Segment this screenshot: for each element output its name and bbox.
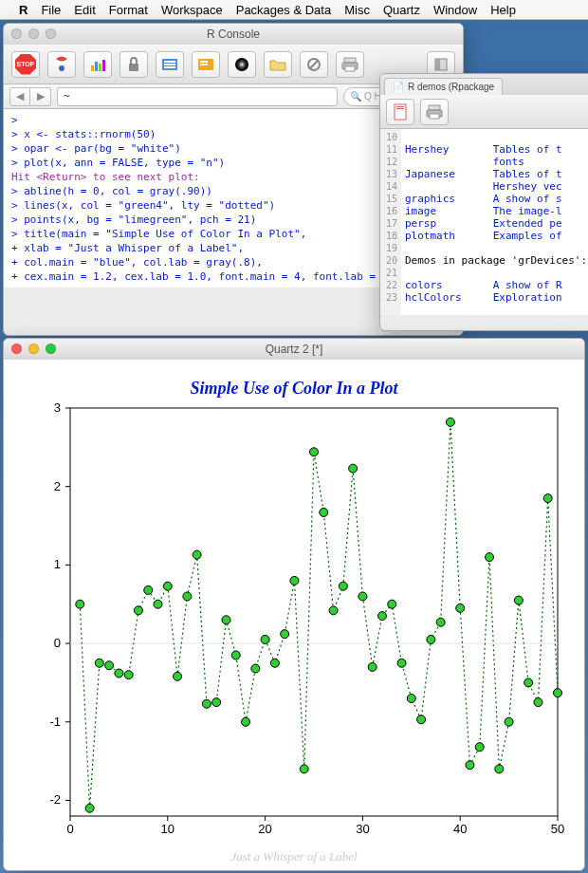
- svg-rect-7: [164, 61, 175, 63]
- svg-text:30: 30: [356, 822, 369, 836]
- svg-point-76: [290, 576, 299, 585]
- source-button[interactable]: [47, 51, 76, 78]
- nav-forward-button[interactable]: ▶: [30, 87, 51, 106]
- svg-text:0: 0: [66, 822, 73, 836]
- print-button-2[interactable]: [420, 99, 449, 125]
- minimize-button[interactable]: [28, 344, 39, 354]
- svg-point-90: [427, 635, 435, 643]
- svg-point-86: [388, 600, 396, 608]
- svg-rect-17: [344, 58, 356, 63]
- svg-point-74: [270, 659, 279, 667]
- svg-point-67: [202, 699, 211, 708]
- svg-point-73: [261, 635, 269, 643]
- close-button[interactable]: [11, 28, 22, 39]
- svg-point-62: [154, 600, 162, 608]
- console-title: R Console: [207, 28, 260, 41]
- svg-point-71: [242, 717, 250, 726]
- svg-text:50: 50: [551, 822, 564, 836]
- cancel-button[interactable]: [300, 51, 328, 78]
- demos-tab[interactable]: 📄 R demos (Rpackage: [384, 78, 503, 95]
- plot-area: Simple Use of Color In a Plot -2-1012301…: [4, 360, 584, 870]
- svg-rect-19: [345, 66, 355, 71]
- svg-point-69: [222, 616, 230, 624]
- svg-text:-1: -1: [49, 715, 61, 729]
- app-menu[interactable]: R: [19, 3, 28, 17]
- svg-point-54: [76, 600, 84, 608]
- svg-rect-2: [95, 62, 98, 71]
- svg-point-95: [475, 743, 484, 752]
- svg-rect-8: [164, 64, 175, 65]
- svg-text:1: 1: [54, 557, 61, 571]
- svg-point-102: [543, 494, 552, 503]
- plot-svg: -2-1012301020304050: [4, 399, 585, 864]
- menu-workspace[interactable]: Workspace: [161, 3, 223, 17]
- svg-text:3: 3: [54, 400, 61, 415]
- svg-point-87: [397, 659, 406, 667]
- svg-rect-21: [435, 59, 440, 70]
- svg-rect-9: [164, 66, 175, 68]
- svg-point-79: [320, 508, 328, 516]
- zoom-button[interactable]: [46, 344, 56, 354]
- svg-text:2: 2: [54, 479, 61, 493]
- minimize-button[interactable]: [28, 28, 39, 39]
- colors-button[interactable]: [228, 51, 256, 78]
- svg-point-85: [377, 612, 386, 621]
- svg-point-96: [486, 553, 494, 562]
- svg-point-103: [554, 689, 562, 697]
- menu-edit[interactable]: Edit: [74, 3, 95, 17]
- history-button[interactable]: [156, 51, 184, 78]
- system-menubar[interactable]: R File Edit Format Workspace Packages & …: [0, 0, 588, 20]
- demos-toolbar: [380, 95, 588, 129]
- svg-point-61: [144, 585, 153, 594]
- svg-point-92: [446, 418, 454, 426]
- svg-text:20: 20: [258, 822, 271, 836]
- stop-button[interactable]: STOP: [11, 51, 40, 78]
- menu-format[interactable]: Format: [109, 3, 148, 17]
- quartz-title: Quartz 2 [*]: [266, 343, 323, 356]
- quartz-button[interactable]: [83, 51, 112, 78]
- quartz-titlebar[interactable]: Quartz 2 [*]: [4, 339, 584, 360]
- svg-rect-11: [200, 61, 208, 63]
- svg-point-100: [524, 678, 533, 687]
- svg-point-60: [134, 606, 142, 615]
- menu-misc[interactable]: Misc: [344, 3, 370, 17]
- save-button[interactable]: [386, 99, 414, 125]
- svg-rect-3: [99, 64, 101, 71]
- quartz-window: Quartz 2 [*] Simple Use of Color In a Pl…: [3, 338, 585, 871]
- menu-packages-data[interactable]: Packages & Data: [236, 3, 331, 17]
- svg-point-81: [339, 582, 347, 590]
- menu-window[interactable]: Window: [433, 3, 477, 17]
- svg-rect-27: [430, 114, 439, 119]
- svg-point-93: [456, 604, 465, 612]
- demos-tabbar: 📄 R demos (Rpackage: [380, 74, 588, 95]
- svg-point-94: [466, 761, 474, 770]
- demos-code[interactable]: Hershey Tables of t fontsJapanese Tables…: [401, 129, 588, 315]
- nav-back-button[interactable]: ◀: [9, 87, 30, 106]
- zoom-button[interactable]: [46, 28, 56, 39]
- svg-text:-2: -2: [49, 792, 61, 807]
- svg-point-101: [534, 698, 542, 707]
- close-button[interactable]: [11, 344, 22, 354]
- svg-point-14: [235, 58, 248, 71]
- working-dir-field[interactable]: ~: [57, 87, 338, 106]
- menu-file[interactable]: File: [41, 3, 61, 17]
- line-gutter: 1011121314151617181920212223: [380, 129, 401, 315]
- menu-help[interactable]: Help: [490, 3, 516, 17]
- print-button[interactable]: [336, 51, 364, 78]
- svg-point-55: [85, 804, 94, 812]
- svg-point-66: [193, 550, 201, 559]
- svg-point-58: [115, 669, 123, 678]
- console-options-button[interactable]: [192, 51, 220, 78]
- lock-button[interactable]: [119, 51, 148, 78]
- svg-rect-4: [102, 60, 105, 71]
- svg-point-68: [212, 698, 221, 707]
- console-titlebar[interactable]: R Console: [4, 24, 463, 45]
- svg-point-80: [329, 606, 338, 615]
- svg-point-83: [358, 592, 367, 601]
- svg-point-97: [495, 765, 504, 773]
- svg-point-84: [368, 662, 377, 671]
- svg-point-91: [436, 618, 445, 626]
- menu-quartz[interactable]: Quartz: [383, 3, 420, 17]
- open-button[interactable]: [264, 51, 292, 78]
- svg-text:0: 0: [54, 636, 61, 650]
